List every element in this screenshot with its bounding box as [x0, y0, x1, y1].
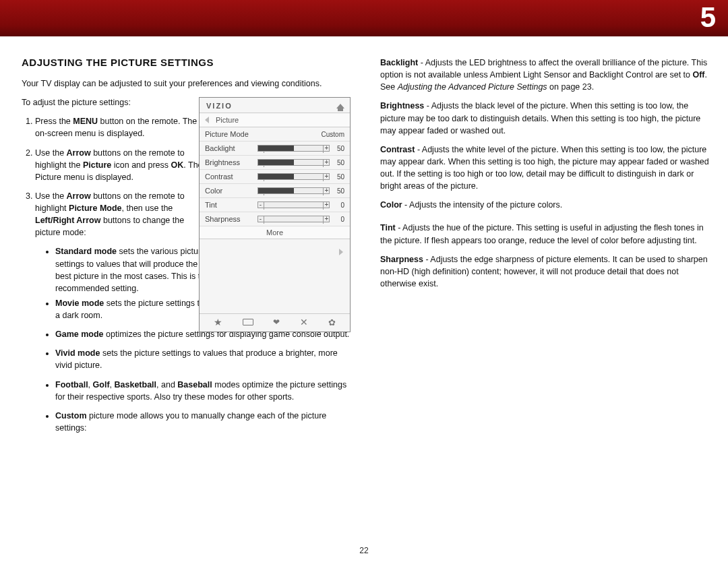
osd-row: Backlight-+50 — [200, 142, 350, 156]
lead-text: To adjust the picture settings: — [22, 96, 210, 108]
setting-desc: Color - Adjusts the intensity of the pic… — [380, 199, 709, 211]
osd-more: More — [200, 226, 350, 239]
osd-row-label: Color — [205, 187, 253, 195]
page-number: 22 — [0, 546, 728, 555]
setting-desc: Brightness - Adjusts the black level of … — [380, 100, 709, 136]
osd-screenshot: VIZIO Picture Picture Mode Custom Backli… — [199, 97, 351, 332]
osd-slider: -+ — [257, 201, 330, 208]
osd-row: Brightness-+50 — [200, 156, 350, 170]
section-heading: ADJUSTING THE PICTURE SETTINGS — [22, 57, 351, 68]
osd-row-mode: Picture Mode Custom — [200, 127, 350, 142]
gear-icon: ✿ — [328, 317, 336, 327]
osd-slider: -+ — [257, 145, 330, 152]
list-item: Vivid mode sets the picture settings to … — [55, 347, 351, 371]
setting-desc: Contrast - Adjusts the white level of th… — [380, 144, 709, 193]
osd-row-label: Sharpness — [205, 215, 253, 223]
home-icon — [336, 104, 344, 108]
osd-row: Contrast-+50 — [200, 170, 350, 184]
osd-row-value: 0 — [334, 201, 344, 209]
osd-slider: -+ — [257, 173, 330, 180]
triangle-left-icon — [205, 117, 209, 123]
osd-row-value: 50 — [334, 145, 344, 152]
close-icon: ✕ — [300, 317, 308, 327]
list-item: Football, Golf, Basketball, and Baseball… — [55, 379, 351, 403]
osd-logo: VIZIO — [206, 102, 233, 110]
osd-row-label: Tint — [205, 201, 253, 209]
chapter-number: 5 — [700, 1, 716, 34]
intro-text: Your TV display can be adjusted to suit … — [22, 77, 351, 90]
osd-row: Sharpness-+0 — [200, 212, 350, 226]
osd-row: Tint-+0 — [200, 198, 350, 212]
setting-desc: Sharpness - Adjusts the edge sharpness o… — [380, 253, 709, 290]
osd-row-label: Contrast — [205, 173, 253, 181]
header-bar: 5 — [0, 0, 728, 36]
setting-desc: Tint - Adjusts the hue of the picture. T… — [380, 222, 709, 246]
osd-slider: -+ — [257, 187, 330, 194]
breadcrumb: Picture — [200, 113, 350, 127]
setting-desc: Backlight - Adjusts the LED brightness t… — [380, 57, 709, 93]
osd-row: Color-+50 — [200, 184, 350, 198]
list-item: Press the MENU button on the remote. The… — [35, 115, 210, 139]
osd-crumb-label: Picture — [216, 116, 239, 124]
triangle-right-icon — [339, 249, 343, 255]
chevron-down-icon: ❤ — [273, 317, 280, 327]
star-icon: ★ — [214, 317, 222, 327]
list-item: Use the Arrow buttons on the remote to h… — [35, 147, 210, 183]
osd-slider: -+ — [257, 216, 330, 222]
osd-row-value: 50 — [334, 159, 344, 166]
osd-row-value: 50 — [334, 187, 344, 195]
osd-row-label: Brightness — [205, 158, 253, 166]
osd-row-label: Backlight — [205, 144, 253, 152]
osd-slider: -+ — [257, 159, 330, 166]
osd-row-value: 0 — [334, 216, 344, 223]
wide-icon — [243, 319, 253, 325]
list-item: Custom picture mode allows you to manual… — [55, 410, 351, 434]
list-item: Standard mode sets the various picture s… — [55, 245, 210, 294]
list-item: Use the Arrow buttons on the remote to h… — [35, 190, 210, 294]
osd-row-value: 50 — [334, 173, 344, 181]
osd-footer: ★ ❤ ✕ ✿ — [200, 313, 350, 332]
steps-list: Press the MENU button on the remote. The… — [22, 115, 210, 294]
